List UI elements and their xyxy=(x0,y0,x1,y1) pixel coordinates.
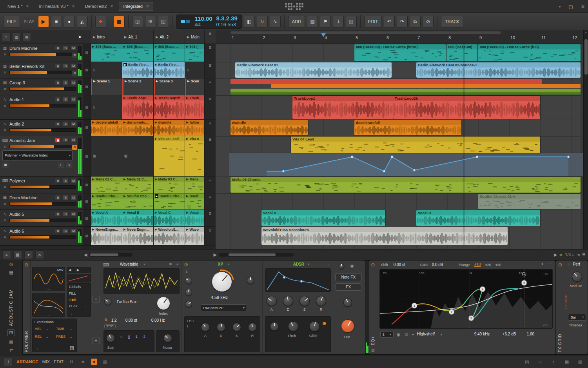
osc-detune-hz[interactable]: 0.00 Hz xyxy=(151,318,165,322)
timeline-ruler[interactable]: 123456789101112 xyxy=(216,30,583,44)
launcher-overdub-button[interactable]: ▦ xyxy=(114,16,125,27)
add-menu-button[interactable]: ADD xyxy=(288,16,305,27)
solo-button[interactable]: S xyxy=(63,46,69,51)
clip-slot[interactable]: ▶Vocal xyxy=(185,210,205,227)
pres-arrow-icon[interactable]: → xyxy=(69,335,73,339)
scroll-right-icon[interactable]: ▶ xyxy=(213,252,216,257)
capture-button[interactable]: ◱ xyxy=(158,16,169,27)
scene-header[interactable]: ▶Alt. 1 xyxy=(122,30,154,44)
remove-modulator-button[interactable]: × xyxy=(66,162,73,168)
filter-cutoff-value[interactable]: 4.59 kHz xyxy=(211,295,228,300)
add-mod2-button[interactable]: + xyxy=(93,337,100,344)
restore-window-icon[interactable]: ▢ xyxy=(569,4,573,9)
track-volume-slider[interactable] xyxy=(9,185,76,189)
scene-menu-icon[interactable]: ≣ xyxy=(205,30,216,44)
clip-stop-button[interactable] xyxy=(83,44,91,62)
pointer-tool-icon[interactable]: ➤ xyxy=(78,34,82,40)
mute-button[interactable]: M xyxy=(71,46,76,51)
eq-band-power-icon[interactable]: ⊙ xyxy=(405,332,408,337)
clip-slot[interactable] xyxy=(122,136,154,177)
clip-slot[interactable]: ▶808 (Bass-... xyxy=(154,44,185,62)
undo-button[interactable]: ↶ xyxy=(384,16,395,27)
out-knob[interactable] xyxy=(341,319,354,333)
clip-slot[interactable]: ▶Vita 0 xyxy=(185,136,205,177)
track-row[interactable]: ▤Group 3SM▱ xyxy=(0,78,83,95)
expr-route-icon[interactable]: → xyxy=(35,346,39,350)
clear-selection-icon[interactable]: ✕ xyxy=(35,250,44,259)
lfo-display[interactable]: MW → xyxy=(32,267,65,291)
clip-slot[interactable] xyxy=(185,62,205,78)
device-panel-icon[interactable]: ▦ xyxy=(563,358,571,366)
clip-play-icon[interactable]: ▶ xyxy=(125,80,127,83)
env-r-knob[interactable] xyxy=(316,296,326,306)
env-d-knob[interactable] xyxy=(283,296,293,306)
clip-slot[interactable]: ▶Trash xyxy=(185,95,205,120)
clip-slot[interactable]: ▶Mella xyxy=(185,177,205,193)
close-tab-icon[interactable]: × xyxy=(110,4,113,9)
clip-launcher-toggle-icon[interactable]: ■ xyxy=(91,359,97,365)
track-row[interactable]: ∿Audio 2SM⌗ xyxy=(0,120,83,136)
cue-marker-button[interactable]: ⚑ xyxy=(320,16,331,27)
copy-button[interactable]: ⧉ xyxy=(410,16,421,27)
solo-button[interactable]: S xyxy=(63,228,69,233)
clip-stop-button[interactable] xyxy=(83,193,91,210)
track-name[interactable]: Audio 6 xyxy=(9,229,53,233)
arranger-clip[interactable]: deceleratefall xyxy=(354,120,461,135)
mute-button[interactable]: M xyxy=(71,64,76,69)
clip-play-icon[interactable]: ▶ xyxy=(123,121,125,124)
clip-slot[interactable]: ▶Soulful Cho... xyxy=(122,193,154,210)
zoom-caret-icon[interactable]: ▾ xyxy=(572,253,574,257)
device-chooser[interactable]: Polymer » Wavetable Index▾ xyxy=(2,150,73,161)
glide-legato-badge[interactable]: L xyxy=(323,322,326,325)
filter-mod2-knob[interactable] xyxy=(185,289,192,296)
globals-route-icon[interactable]: → xyxy=(69,311,73,315)
mute-button[interactable]: M xyxy=(71,80,76,85)
record-arm-button[interactable] xyxy=(55,228,61,233)
clip-play-icon[interactable]: ▶ xyxy=(123,97,125,100)
vertical-scroll-handle[interactable] xyxy=(584,39,588,75)
record-arm-button[interactable] xyxy=(55,195,61,200)
clip-stop-button[interactable] xyxy=(83,78,91,95)
track-name[interactable]: Polymer xyxy=(9,179,53,183)
file-menu-button[interactable]: FILE xyxy=(3,16,20,27)
clip-play-icon[interactable]: ▶ xyxy=(155,211,157,214)
group-clip-strip[interactable] xyxy=(230,89,581,91)
eq-gain-value[interactable]: 0.0 dB xyxy=(432,262,443,267)
clip-slot[interactable]: ▶Vocal A xyxy=(91,210,122,227)
clip-slot[interactable]: ▶Soulf xyxy=(185,193,205,210)
clip-stop-button[interactable] xyxy=(83,136,91,177)
clip-play-icon[interactable]: ▶ xyxy=(123,211,125,214)
add-slot-button[interactable]: ⊞ xyxy=(145,16,156,27)
eq-expand-icon[interactable]: ▤ xyxy=(371,348,375,352)
clip-play-icon[interactable]: ▶ xyxy=(123,45,125,48)
track-name[interactable]: Acoustic Jam xyxy=(9,138,53,143)
track-name[interactable]: Audio 2 xyxy=(9,122,53,126)
env-title[interactable]: ADSR xyxy=(293,262,304,266)
launcher-row-menu-icon[interactable]: ≣ xyxy=(205,44,216,62)
record-arm-button[interactable] xyxy=(55,80,61,85)
env-route-icon[interactable]: → xyxy=(326,262,330,266)
clip-slot[interactable]: ▶fallon xyxy=(185,120,205,136)
track-volume-slider[interactable] xyxy=(9,87,76,91)
launcher-toggle-icon[interactable]: ▦ xyxy=(13,250,22,259)
close-tab-icon[interactable]: × xyxy=(146,4,149,9)
scene-header[interactable]: ▶Alt. 2 xyxy=(154,30,185,44)
clip-slot[interactable]: ▶Scen xyxy=(185,78,205,95)
project-tab[interactable]: New 1 *× xyxy=(3,2,33,11)
dice-icon[interactable]: ⚄ xyxy=(69,345,74,351)
tap-tempo-icon[interactable] xyxy=(181,20,185,23)
track-menu-icon[interactable]: ≣ xyxy=(72,71,77,76)
phase-knob[interactable] xyxy=(104,298,111,305)
arranger-clip[interactable]: Wavoloid1955 Acccolours xyxy=(261,227,508,245)
sub-wave-icon[interactable]: ∿ xyxy=(120,335,123,339)
group-clip-strip[interactable] xyxy=(230,92,581,95)
eq-listen-icon[interactable]: ◉ xyxy=(397,332,401,337)
scroll-follow-icon[interactable]: ▼ xyxy=(24,250,33,259)
arranger-vertical-scrollbar[interactable]: ▲ xyxy=(583,30,588,249)
expressions-module[interactable]: Expressions VEL→ TIMB→ REL→ PRES→ → ⚄ xyxy=(32,319,77,352)
eq-type-caret-icon[interactable]: ▾ xyxy=(441,333,442,336)
env-s-knob[interactable] xyxy=(299,296,310,306)
track-row[interactable]: ∿Audio 6SM⌗ xyxy=(0,227,83,246)
consolidate-button[interactable]: ▤ xyxy=(346,16,357,27)
arranger-clip[interactable]: TrashLoop1 xyxy=(292,96,393,119)
